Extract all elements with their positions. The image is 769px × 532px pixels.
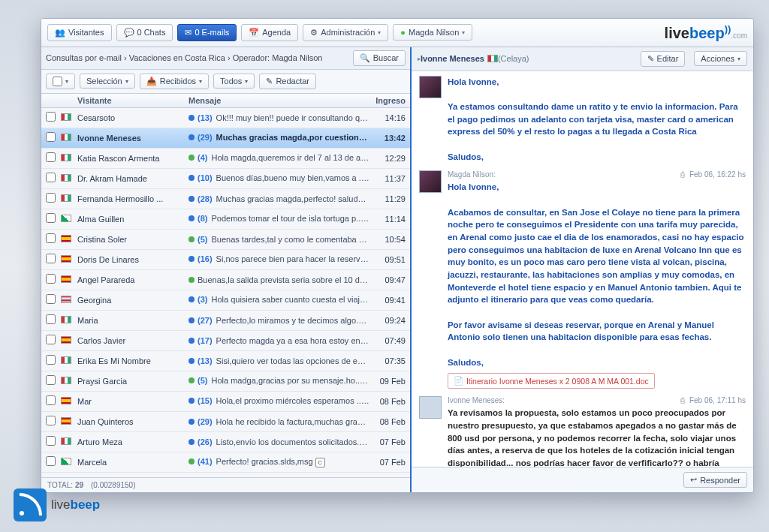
nav-emails[interactable]: ✉0 E-mails [177,24,237,41]
ingress-time: 07:49 [369,336,406,345]
pencil-icon: ✎ [266,77,273,86]
table-row[interactable]: Juan Quinteros(29) Hola he recibido la f… [41,412,410,432]
print-icon[interactable]: ⎙ [680,170,685,179]
status-dot-icon [188,175,195,181]
row-checkbox[interactable] [46,456,56,466]
message: Ivonne Meneses:⎙Feb 06, 17:11 hsYa revis… [419,396,746,467]
print-icon[interactable]: ⎙ [680,396,685,404]
row-checkbox[interactable] [46,173,56,182]
breadcrumb-bar: Consultas por e-mail › Vacaciones en Cos… [41,47,410,70]
table-row[interactable]: Praysi Garcia(5) Hola madga,gracias por … [41,371,410,392]
inbox-list[interactable]: Cesarsoto(13) Ok!!! muy bien!! puede ir … [41,108,410,477]
chevron-down-icon: ▾ [462,29,465,36]
row-checkbox[interactable] [46,193,56,203]
row-checkbox[interactable] [46,436,56,446]
row-checkbox[interactable] [46,395,56,405]
checkbox-icon[interactable] [53,77,62,86]
table-row[interactable]: Alma Guillen(8) Podemos tomar el tour de… [41,209,410,230]
compose-button[interactable]: ✎ Redactar [259,74,316,89]
table-row[interactable]: Maria(27) Perfecto,lo miramos y te decim… [41,311,410,331]
nav-agenda[interactable]: 📅Agenda [241,24,298,41]
flag-icon [61,437,71,445]
reply-button[interactable]: ↩ Responder [683,472,747,488]
chevron-down-icon: ▾ [199,78,202,85]
todos-dropdown[interactable]: Todos ▾ [213,74,255,89]
visitor-name: Erika Es Mi Nombre [77,356,188,365]
selection-dropdown[interactable]: Selección ▾ [80,74,135,89]
row-checkbox[interactable] [46,254,56,263]
message-snippet: (16) Si,nos parece bien para hacer la re… [188,254,369,265]
table-row[interactable]: Angel PararedaBuenas,la salida prevista … [41,270,410,290]
tag-c-icon: C [315,458,325,467]
inbox-pane: Consultas por e-mail › Vacaciones en Cos… [41,47,412,492]
status-dot-icon [188,236,195,242]
visitor-name: Carlos Javier [77,336,188,345]
edit-button[interactable]: ✎ Editar [641,51,686,67]
ingress-time: 07:35 [369,356,406,365]
message-snippet: (10) Buenos días,bueno muy bien,vamos a … [188,173,369,184]
actions-dropdown[interactable]: Acciones ▾ [694,51,747,66]
th-visitante[interactable]: Visitante [77,96,188,105]
table-row[interactable]: Ivonne Meneses(29) Muchas gracias magda,… [41,128,410,149]
table-row[interactable]: Cesarsoto(13) Ok!!! muy bien!! puede ir … [41,108,410,128]
row-checkbox[interactable] [46,112,56,122]
row-checkbox[interactable] [46,274,56,284]
ingress-time: 09:24 [369,316,406,325]
chevron-down-icon: ▾ [65,78,68,85]
row-checkbox[interactable] [46,294,56,304]
table-row[interactable]: Carlos Javier(17) Perfecto magda ya a es… [41,331,410,351]
row-checkbox[interactable] [46,416,56,425]
ingress-time: 13:42 [369,134,406,143]
row-checkbox[interactable] [46,152,56,162]
visitor-name: Mar [77,397,188,406]
row-checkbox[interactable] [46,314,56,324]
select-all-toggle[interactable]: ▾ [46,74,75,89]
table-row[interactable]: Dr. Akram Hamade(10) Buenos días,bueno m… [41,169,410,189]
table-row[interactable]: Arturo Meza(26) Listo,envío los document… [41,432,410,452]
gear-icon: ⚙ [310,28,318,38]
th-mensaje[interactable]: Mensaje [188,96,369,105]
visitor-name: Fernanda Hermosillo ... [77,194,188,203]
status-dot-icon [188,155,195,161]
recibidos-dropdown[interactable]: 📥 Recibidos ▾ [140,74,209,89]
search-button[interactable]: 🔍Buscar [353,50,406,66]
nav-chats[interactable]: 💬0 Chats [116,24,173,41]
table-row[interactable]: Katia Rascon Armenta(4) Hola magda,quere… [41,149,410,169]
row-checkbox[interactable] [46,213,56,223]
message-text: Hola Ivonne,Ya estamos consultando dame … [448,76,746,164]
table-row[interactable]: Georgina(3) Hola quisiera saber cuanto c… [41,290,410,311]
calendar-icon: 📅 [249,28,259,38]
table-row[interactable]: Fernanda Hermosillo ...(28) Muchas graci… [41,189,410,209]
message-sender: Ivonne Meneses: [448,396,505,404]
row-checkbox[interactable] [46,375,56,385]
th-ingreso[interactable]: Ingreso [369,96,406,105]
table-row[interactable]: Erika Es Mi Nombre(13) Sisi,quiero ver t… [41,351,410,371]
table-header: Visitante Mensaje Ingreso [41,94,410,108]
status-dot-icon: ● [400,28,406,37]
reply-bar: ↩ Responder [412,467,753,492]
message-snippet: (17) Perfecto magda ya a esa hora estoy … [188,336,369,345]
ingress-time: 07 Feb [369,458,406,467]
message-thread[interactable]: Hola Ivonne,Ya estamos consultando dame … [412,71,753,467]
flag-icon [61,417,71,425]
message-text: Ya revisamos la propuesta, solo estamos … [448,407,746,467]
nav-admin[interactable]: ⚙Administración ▾ [303,24,388,41]
table-row[interactable]: Marcela(41) Perfecto! gracias.slds,msgC0… [41,452,410,473]
row-checkbox[interactable] [46,132,56,142]
message-snippet: (5) Buenas tardes,tal y como le comentab… [188,235,369,244]
row-checkbox[interactable] [46,233,56,243]
row-checkbox[interactable] [46,335,56,344]
status-dot-icon [188,398,195,404]
nav-visitantes[interactable]: 👥Visitantes [47,24,112,41]
tag-c-icon: C [364,377,369,386]
message-snippet: (29) Hola he recibido la factura,muchas … [188,417,369,426]
table-row[interactable]: Cristina Soler(5) Buenas tardes,tal y co… [41,230,410,250]
table-row[interactable]: Doris De Linares(16) Si,nos parece bien … [41,250,410,270]
nav-user[interactable]: ●Magda Nilson ▾ [393,24,472,41]
ingress-time: 11:37 [369,174,406,183]
visitor-name: Dr. Akram Hamade [77,174,188,183]
message-snippet: (26) Listo,envío los documentos solicita… [188,437,369,446]
row-checkbox[interactable] [46,355,56,365]
table-row[interactable]: Mar(15) Hola,el proximo miércoles espera… [41,392,410,412]
attachment[interactable]: 📄Itinerario Ivonne Meneses x 2 0908 A M … [448,373,655,389]
